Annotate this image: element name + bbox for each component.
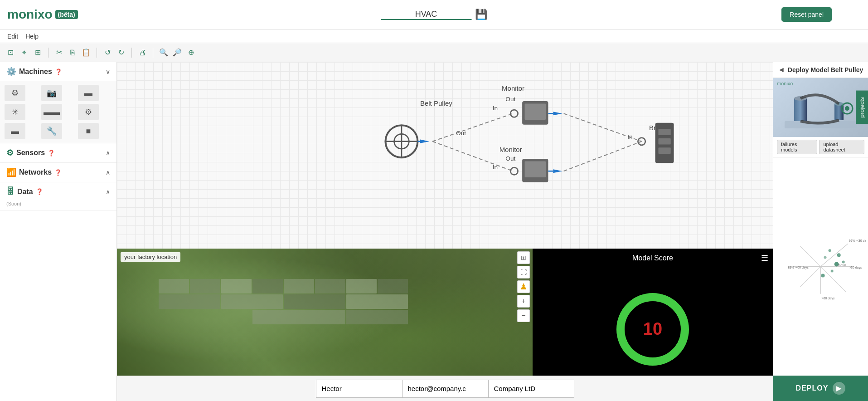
deploy-tab-failures[interactable]: failures models — [777, 140, 817, 154]
undo-icon[interactable]: ↺ — [102, 48, 112, 58]
sensors-header[interactable]: ⚙ Sensors ❓ ∧ — [0, 143, 116, 162]
logo: monixo (bêta) — [7, 7, 78, 22]
machines-help[interactable]: ❓ — [55, 68, 62, 75]
deploy-button[interactable]: DEPLOY ▶ — [773, 376, 868, 401]
arrow-from-belt — [420, 140, 429, 143]
machine-fan[interactable]: ✳ — [5, 104, 25, 120]
machine-block[interactable]: ■ — [78, 123, 99, 139]
save-icon[interactable]: 💾 — [475, 9, 487, 20]
pointer-icon[interactable]: ⌖ — [19, 48, 29, 58]
score-menu-icon[interactable]: ☰ — [761, 253, 768, 263]
machine-tool[interactable]: 🔧 — [41, 123, 62, 139]
out-top-label: Out — [505, 96, 515, 103]
cut-icon[interactable]: ✂ — [54, 48, 64, 58]
logo-text: monixo — [7, 7, 53, 22]
machines-icon: ⚙️ — [6, 67, 16, 77]
fit-icon[interactable]: ⊕ — [186, 48, 196, 58]
deploy-header: ◄ Deploy Model Belt Pulley — [773, 62, 868, 78]
arrow-bottom-right — [553, 169, 562, 173]
in-top-label: In — [493, 105, 498, 112]
in-bottom-label: In — [493, 164, 498, 171]
machine-gear[interactable]: ⚙ — [78, 104, 99, 120]
sensors-title: ⚙ Sensors ❓ — [6, 148, 55, 158]
right-panel: ◄ Deploy Model Belt Pulley monixo — [773, 62, 868, 401]
print-icon[interactable]: 🖨 — [137, 48, 147, 58]
svg-point-19 — [845, 106, 849, 111]
data-chevron: ∧ — [106, 188, 110, 196]
redo-icon[interactable]: ↻ — [116, 48, 126, 58]
svg-text:>60 days: >60 days — [822, 297, 835, 300]
deploy-label: DEPLOY — [796, 384, 829, 392]
networks-header[interactable]: 📶 Networks ❓ ∧ — [0, 163, 116, 182]
svg-point-31 — [837, 253, 841, 257]
machine-rail[interactable]: ▬▬ — [41, 104, 62, 120]
svg-line-24 — [800, 267, 820, 287]
deploy-collapse-icon[interactable]: ◄ — [778, 66, 785, 74]
sidebar-section-sensors: ⚙ Sensors ❓ ∧ — [0, 143, 116, 163]
data-soon: (Soon) — [0, 201, 116, 210]
svg-rect-8 — [658, 129, 670, 135]
reset-button[interactable]: Reset panel — [781, 7, 832, 22]
circle-bottom-in[interactable] — [510, 167, 518, 175]
svg-text:89%→60 days: 89%→60 days — [788, 266, 809, 269]
out-bottom-label: Out — [505, 155, 515, 162]
email-input[interactable] — [402, 380, 488, 398]
svg-point-35 — [824, 256, 827, 259]
machines-header[interactable]: ⚙️ Machines ❓ ∨ — [0, 62, 116, 81]
footer-form — [117, 376, 773, 401]
map-person-btn[interactable]: ♟ — [517, 280, 530, 293]
sidebar: ⚙️ Machines ❓ ∨ ⚙ 📷 ▬ ✳ ▬▬ ⚙ ▬ 🔧 ■ — [0, 62, 117, 401]
projects-tab[interactable]: projects — [856, 91, 868, 124]
machine-belt[interactable]: ⚙ — [5, 85, 25, 101]
zoom-in-icon[interactable]: 🔍 — [159, 48, 169, 58]
networks-help[interactable]: ❓ — [54, 169, 62, 176]
svg-rect-13 — [794, 98, 807, 121]
belt-pulley-label: Belt Pulley — [420, 99, 452, 107]
machine-conveyor[interactable]: ▬ — [5, 123, 25, 139]
map-location-label[interactable]: your factory location — [121, 252, 180, 262]
header-center: 💾 — [381, 9, 487, 20]
toolbar-group-edit: ✂ ⎘ 📋 — [54, 48, 97, 58]
diagram-area[interactable]: Belt Pulley Out Monitor Out In — [117, 62, 773, 249]
zoom-out-icon[interactable]: 🔎 — [172, 48, 182, 58]
hvac-input[interactable] — [381, 10, 471, 20]
arrow-top-right — [553, 112, 562, 115]
score-value: 10 — [643, 319, 662, 339]
score-ring: 10 — [616, 293, 689, 366]
belt-pulley-render — [780, 80, 862, 135]
copy-icon[interactable]: ⎘ — [68, 48, 78, 58]
selection-icon[interactable]: ⊡ — [5, 48, 15, 58]
menu-help[interactable]: Help — [25, 33, 39, 40]
map-zoom-out-btn[interactable]: − — [517, 309, 530, 322]
machine-box1[interactable]: ▬ — [78, 85, 99, 101]
data-help[interactable]: ❓ — [36, 188, 43, 195]
sensors-help[interactable]: ❓ — [48, 150, 55, 156]
header: monixo (bêta) 💾 Reset panel projects — [0, 0, 868, 29]
map-grid-btn[interactable]: ⊞ — [517, 251, 530, 264]
deploy-model-image: monixo — [773, 78, 868, 137]
data-header[interactable]: 🗄 Data ❓ ∧ — [0, 182, 116, 201]
deploy-tab-datasheet[interactable]: upload datasheet — [819, 140, 864, 154]
name-input[interactable] — [316, 380, 402, 398]
svg-rect-9 — [658, 138, 670, 145]
svg-rect-10 — [658, 147, 670, 154]
menu-edit[interactable]: Edit — [7, 33, 18, 40]
networks-chevron: ∧ — [106, 169, 110, 176]
map-zoom-in-btn[interactable]: + — [517, 295, 530, 308]
crop-icon[interactable]: ⊞ — [33, 48, 43, 58]
sidebar-section-data: 🗄 Data ❓ ∧ (Soon) — [0, 182, 116, 210]
deploy-title: Deploy Model Belt Pulley — [788, 66, 863, 73]
svg-point-33 — [842, 260, 845, 263]
deploy-play-icon: ▶ — [833, 382, 845, 395]
paste-icon[interactable]: 📋 — [81, 48, 91, 58]
dashed-bottom-bridge — [564, 142, 642, 171]
scatter-svg: 97%→30 days >30 days >60 days 89%→60 day… — [775, 159, 866, 374]
company-input[interactable] — [488, 380, 574, 398]
machine-camera[interactable]: 📷 — [41, 85, 62, 101]
diagram-svg: Belt Pulley Out Monitor Out In — [117, 62, 773, 249]
sensors-chevron: ∧ — [106, 149, 110, 156]
map-fullscreen-btn[interactable]: ⛶ — [517, 266, 530, 279]
svg-text:97%→30 days: 97%→30 days — [849, 239, 866, 243]
toolbar: ⊡ ⌖ ⊞ ✂ ⎘ 📋 ↺ ↻ 🖨 🔍 🔎 ⊕ — [0, 43, 868, 62]
monitor-bottom-label: Monitor — [499, 146, 522, 153]
